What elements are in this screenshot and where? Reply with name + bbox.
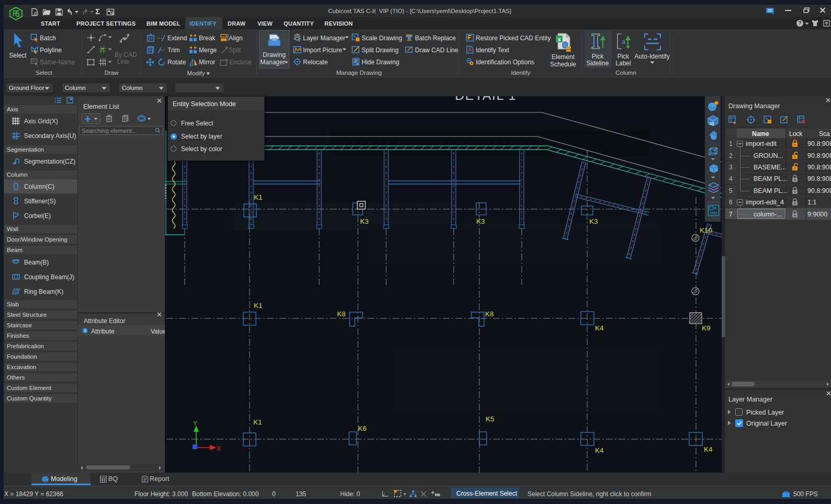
svg-text:K4: K4 [595,324,604,332]
svg-text:K4: K4 [595,446,604,454]
svg-text:x: x [557,36,561,42]
svg-text:K8: K8 [337,310,346,318]
svg-text:K1: K1 [254,302,263,310]
svg-text:K1: K1 [254,193,263,201]
svg-text:3D: 3D [709,121,714,126]
svg-text:K3: K3 [360,217,369,225]
svg-text:K10: K10 [700,226,712,234]
svg-text:X: X [217,445,221,452]
svg-text:Y: Y [193,420,197,427]
svg-text:K5: K5 [486,415,495,423]
svg-text:K8: K8 [485,310,494,318]
svg-text:K3: K3 [476,217,485,225]
svg-text:K9: K9 [702,324,711,332]
svg-text:i: i [84,328,85,333]
svg-text:?: ? [798,20,801,26]
svg-text:K1: K1 [253,418,262,426]
svg-text:K6: K6 [358,425,367,432]
svg-text:K3: K3 [589,217,598,225]
svg-text:DETAIL 1: DETAIL 1 [455,96,516,102]
svg-text:K4: K4 [704,445,713,453]
